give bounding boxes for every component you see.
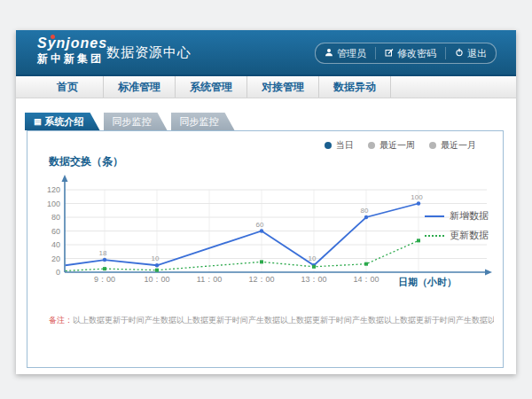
svg-text:日期（小时）: 日期（小时）	[398, 277, 457, 288]
legend-line-icon	[425, 215, 444, 217]
user-icon	[325, 48, 333, 59]
tab-2[interactable]: 同步监控	[171, 113, 235, 130]
svg-text:10：00: 10：00	[144, 275, 169, 284]
user-menu-label: 退出	[467, 47, 487, 60]
footnote: 备注：以上数据更新于时间产生数据以上数据更新于时间产生数据以上数据更新于时间产生…	[49, 315, 494, 326]
svg-text:14：00: 14：00	[353, 275, 379, 284]
page-title: 数据资源中心	[106, 44, 192, 61]
footnote-prefix: 备注：	[49, 316, 73, 325]
tab-label: 同步监控	[113, 113, 152, 130]
user-menu-label: 管理员	[337, 47, 366, 60]
tab-label: 系统介绍	[45, 113, 84, 130]
svg-text:9：00: 9：00	[94, 275, 115, 284]
tab-bar: ▤系统介绍同步监控同步监控	[25, 113, 235, 130]
nav-item-0[interactable]: 首页	[32, 76, 104, 98]
company-logo: Synjones 新中新集团	[37, 35, 107, 66]
radio-当日[interactable]: 当日	[325, 139, 354, 152]
nav-item-4[interactable]: 数据异动	[319, 76, 391, 98]
svg-text:13：00: 13：00	[301, 275, 326, 284]
radio-dot-icon	[429, 142, 436, 149]
user-menu-item-2[interactable]: 退出	[445, 47, 496, 59]
edit-icon	[385, 48, 394, 59]
legend-item-1: 更新数据	[425, 229, 489, 242]
legend-label: 更新数据	[450, 229, 489, 242]
svg-text:100: 100	[411, 193, 423, 201]
time-range-filter: 当日最近一周最近一月	[325, 139, 476, 152]
main-nav: 首页标准管理系统管理对接管理数据异动	[16, 74, 516, 98]
svg-text:12：00: 12：00	[248, 275, 274, 284]
svg-text:80: 80	[51, 213, 60, 222]
svg-text:20: 20	[51, 254, 60, 263]
svg-text:60: 60	[256, 221, 264, 229]
power-icon	[455, 48, 464, 59]
footnote-text: 以上数据更新于时间产生数据以上数据更新于时间产生数据以上数据更新于时间产生数据以…	[73, 316, 494, 325]
chart-legend: 新增数据更新数据	[425, 209, 489, 248]
chart-y-axis-title: 数据交换（条）	[49, 154, 123, 169]
svg-text:40: 40	[51, 240, 60, 249]
document-icon: ▤	[34, 113, 42, 130]
svg-text:11：00: 11：00	[197, 275, 222, 284]
page-card: Synjones 新中新集团 数据资源中心 管理员修改密码退出 首页标准管理系统…	[16, 30, 516, 374]
radio-dot-icon	[325, 142, 332, 149]
radio-label: 最近一周	[379, 139, 415, 152]
nav-item-3[interactable]: 对接管理	[247, 76, 319, 98]
radio-最近一月[interactable]: 最近一月	[429, 139, 476, 152]
svg-text:10: 10	[152, 254, 160, 262]
logo-subtitle: 新中新集团	[37, 51, 107, 66]
svg-text:18: 18	[99, 249, 107, 257]
tab-0[interactable]: ▤系统介绍	[25, 113, 100, 130]
radio-dot-icon	[368, 142, 375, 149]
user-menu: 管理员修改密码退出	[315, 43, 497, 64]
legend-line-icon	[425, 235, 444, 237]
logo-accent-dot	[51, 35, 55, 39]
user-menu-item-1[interactable]: 修改密码	[375, 47, 445, 59]
logo-text: Synjones	[37, 35, 107, 51]
nav-item-1[interactable]: 标准管理	[104, 76, 176, 98]
legend-label: 新增数据	[450, 209, 489, 223]
radio-最近一周[interactable]: 最近一周	[368, 139, 415, 152]
legend-item-0: 新增数据	[425, 209, 489, 223]
svg-text:120: 120	[47, 185, 60, 194]
svg-text:100: 100	[47, 200, 60, 208]
user-menu-label: 修改密码	[397, 47, 436, 60]
radio-label: 当日	[336, 139, 354, 152]
app-header: Synjones 新中新集团 数据资源中心 管理员修改密码退出	[16, 30, 516, 74]
nav-item-2[interactable]: 系统管理	[176, 76, 247, 98]
svg-text:0: 0	[56, 268, 60, 277]
svg-text:60: 60	[51, 227, 60, 236]
radio-label: 最近一月	[441, 139, 476, 152]
user-menu-item-0[interactable]: 管理员	[316, 47, 375, 59]
tab-1[interactable]: 同步监控	[104, 113, 168, 130]
tab-label: 同步监控	[180, 113, 219, 130]
content-panel: 当日最近一周最近一月 数据交换（条） 0204060801001209：0010…	[27, 130, 504, 368]
svg-text:10: 10	[309, 254, 317, 262]
logo-wordmark: Synjones	[37, 35, 107, 51]
svg-text:80: 80	[361, 207, 369, 215]
screen: Synjones 新中新集团 数据资源中心 管理员修改密码退出 首页标准管理系统…	[0, 0, 532, 399]
